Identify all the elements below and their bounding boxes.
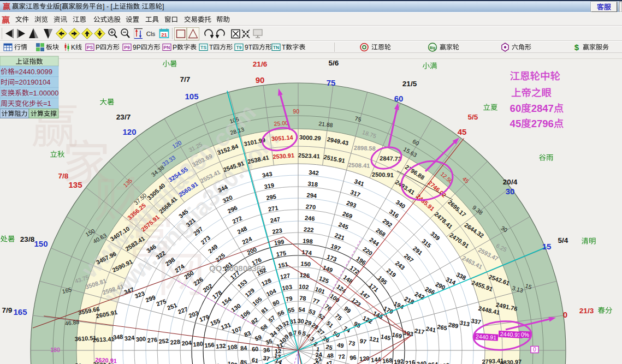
- svg-text:]: ]: [162, 3, 164, 10]
- svg-text:2847.73: 2847.73: [380, 155, 401, 162]
- svg-text:49: 49: [336, 342, 344, 349]
- svg-text:60: 60: [394, 94, 404, 103]
- svg-text:72: 72: [338, 353, 345, 360]
- svg-text:4830.97: 4830.97: [500, 359, 522, 364]
- svg-text:21/5: 21/5: [402, 80, 417, 88]
- svg-text:Big: Big: [430, 46, 436, 50]
- svg-text:5/4: 5/4: [558, 236, 568, 244]
- svg-text:165: 165: [13, 307, 27, 317]
- svg-text:=1.00000: =1.00000: [29, 89, 59, 97]
- svg-text:5/5: 5/5: [468, 113, 478, 121]
- svg-text:2500.91: 2500.91: [372, 171, 394, 178]
- svg-text:240: 240: [416, 360, 426, 364]
- svg-text:270: 270: [305, 203, 316, 211]
- svg-text:288: 288: [439, 362, 449, 364]
- svg-text:25.00: 25.00: [274, 120, 288, 127]
- svg-text:TN: TN: [273, 45, 279, 50]
- svg-text:222: 222: [304, 226, 314, 234]
- svg-text:45: 45: [458, 127, 467, 136]
- svg-text:144: 144: [371, 356, 382, 363]
- svg-text:150: 150: [300, 260, 311, 268]
- svg-text:7/9: 7/9: [2, 306, 13, 314]
- svg-text:7/7: 7/7: [180, 75, 191, 83]
- svg-text:294: 294: [306, 192, 317, 199]
- svg-text:342: 342: [309, 169, 319, 177]
- svg-text:97: 97: [359, 337, 367, 345]
- svg-text:K: K: [71, 44, 75, 51]
- svg-text:75: 75: [327, 78, 336, 87]
- svg-text:T: T: [282, 44, 286, 51]
- svg-text:102: 102: [299, 283, 309, 291]
- svg-text:5/6: 5/6: [329, 59, 339, 67]
- svg-text:120: 120: [122, 127, 136, 136]
- svg-text:90: 90: [293, 108, 299, 115]
- svg-text:45: 45: [510, 118, 522, 129]
- svg-text:0%: 0%: [521, 331, 530, 338]
- svg-text:=1: =1: [43, 99, 51, 108]
- svg-text:2898.58: 2898.58: [354, 145, 376, 152]
- svg-text:78: 78: [299, 295, 306, 302]
- svg-text:PN: PN: [164, 45, 170, 50]
- svg-text:85: 85: [240, 359, 247, 364]
- svg-text:23/8: 23/8: [20, 235, 35, 243]
- svg-text:198: 198: [303, 237, 313, 245]
- svg-text:61: 61: [251, 356, 259, 364]
- svg-text:24: 24: [315, 351, 323, 358]
- svg-text:[: [: [60, 3, 62, 10]
- svg-text:21: 21: [161, 32, 167, 38]
- svg-text:105: 105: [185, 92, 198, 101]
- svg-text:2796: 2796: [531, 118, 554, 129]
- svg-text:246: 246: [305, 214, 315, 222]
- svg-text:36: 36: [263, 347, 270, 354]
- svg-text:21/6: 21/6: [253, 60, 268, 68]
- svg-text:228: 228: [170, 338, 180, 346]
- svg-text:180: 180: [193, 341, 203, 348]
- svg-text:300: 300: [135, 336, 146, 343]
- svg-text:48: 48: [327, 352, 334, 359]
- svg-text:=20190104: =20190104: [15, 78, 50, 86]
- svg-text:135: 135: [68, 180, 82, 189]
- svg-text:54: 54: [298, 306, 306, 313]
- svg-text:204: 204: [181, 339, 192, 347]
- svg-text:P: P: [173, 44, 177, 51]
- svg-text:132: 132: [216, 342, 226, 350]
- svg-text:60: 60: [252, 345, 259, 353]
- svg-text:T9: T9: [236, 45, 242, 50]
- svg-text:9P: 9P: [133, 44, 141, 51]
- svg-text:0: 0: [533, 346, 536, 353]
- svg-text:25: 25: [325, 343, 333, 351]
- svg-text:264: 264: [428, 361, 439, 364]
- svg-text:96: 96: [349, 354, 357, 361]
- svg-text:252: 252: [158, 337, 169, 345]
- svg-text:108: 108: [227, 343, 238, 351]
- svg-text:TS: TS: [200, 45, 206, 50]
- svg-text:60: 60: [510, 103, 522, 114]
- svg-text:6: 6: [298, 329, 301, 336]
- svg-text:2620.91: 2620.91: [95, 356, 117, 364]
- svg-text:7/8: 7/8: [58, 172, 69, 180]
- svg-text:2508.41: 2508.41: [348, 162, 370, 169]
- svg-text:0: 0: [563, 310, 567, 319]
- svg-text:2523.41: 2523.41: [298, 152, 320, 159]
- svg-text:Cls: Cls: [146, 31, 156, 37]
- svg-text:2613.41: 2613.41: [92, 336, 114, 343]
- svg-text:21/3: 21/3: [579, 307, 594, 315]
- svg-text:150: 150: [34, 239, 48, 248]
- svg-text:156: 156: [204, 342, 215, 349]
- svg-text:=2440.9099: =2440.9099: [15, 68, 52, 76]
- svg-text:2847: 2847: [531, 103, 554, 114]
- svg-text:90: 90: [256, 75, 265, 85]
- svg-text:318: 318: [307, 180, 318, 188]
- svg-text:216: 216: [405, 359, 415, 364]
- svg-text:2440.91: 2440.91: [500, 331, 522, 338]
- svg-text:T: T: [209, 44, 214, 51]
- svg-text:PS: PS: [87, 45, 93, 50]
- svg-text:324: 324: [124, 335, 135, 342]
- svg-text:180: 180: [50, 347, 60, 353]
- svg-text:P: P: [96, 44, 100, 51]
- svg-text:79: 79: [285, 295, 293, 302]
- svg-text:9T: 9T: [245, 44, 253, 51]
- svg-text:30: 30: [506, 187, 515, 196]
- svg-text:73: 73: [348, 339, 356, 347]
- svg-text:84: 84: [240, 344, 248, 351]
